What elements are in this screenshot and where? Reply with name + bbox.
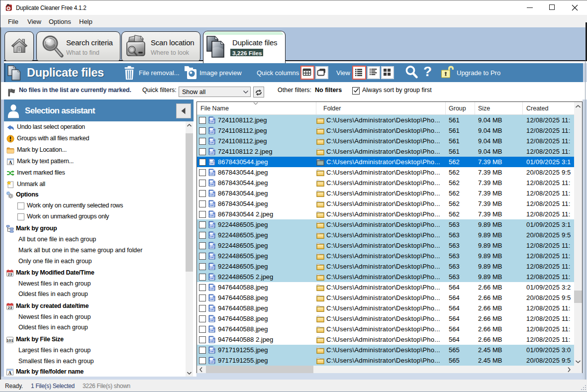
svg-text:JPG: JPG xyxy=(209,130,214,133)
svg-text:JPG: JPG xyxy=(209,182,214,185)
svg-text:JPG: JPG xyxy=(209,119,214,122)
svg-text:JPG: JPG xyxy=(209,224,214,227)
svg-text:JPG: JPG xyxy=(209,245,214,248)
svg-text:JPG: JPG xyxy=(209,266,214,269)
svg-text:101: 101 xyxy=(6,338,13,343)
svg-text:JPG: JPG xyxy=(209,193,214,196)
svg-text:JPG: JPG xyxy=(209,307,214,310)
svg-text:JPG: JPG xyxy=(209,140,214,143)
svg-text:JPG: JPG xyxy=(209,328,214,331)
svg-text:JPG: JPG xyxy=(209,161,214,164)
svg-text:JPG: JPG xyxy=(209,172,214,175)
svg-text:JPG: JPG xyxy=(209,203,214,206)
svg-text:JPG: JPG xyxy=(209,339,214,342)
svg-text:JPG: JPG xyxy=(209,234,214,237)
svg-text:JPG: JPG xyxy=(209,318,214,321)
svg-text:JPG: JPG xyxy=(209,276,214,279)
svg-text:A: A xyxy=(9,160,12,165)
svg-text:23: 23 xyxy=(8,272,12,277)
svg-text:JPG: JPG xyxy=(209,297,214,300)
svg-text:JPG: JPG xyxy=(209,151,214,154)
svg-text:JPG: JPG xyxy=(209,255,214,258)
svg-text:JPG: JPG xyxy=(209,213,214,216)
svg-text:JPG: JPG xyxy=(209,287,214,290)
svg-text:23: 23 xyxy=(8,305,12,310)
svg-text:JPG: JPG xyxy=(209,349,214,352)
svg-text:JPG: JPG xyxy=(209,360,214,363)
svg-text:A: A xyxy=(8,371,12,376)
